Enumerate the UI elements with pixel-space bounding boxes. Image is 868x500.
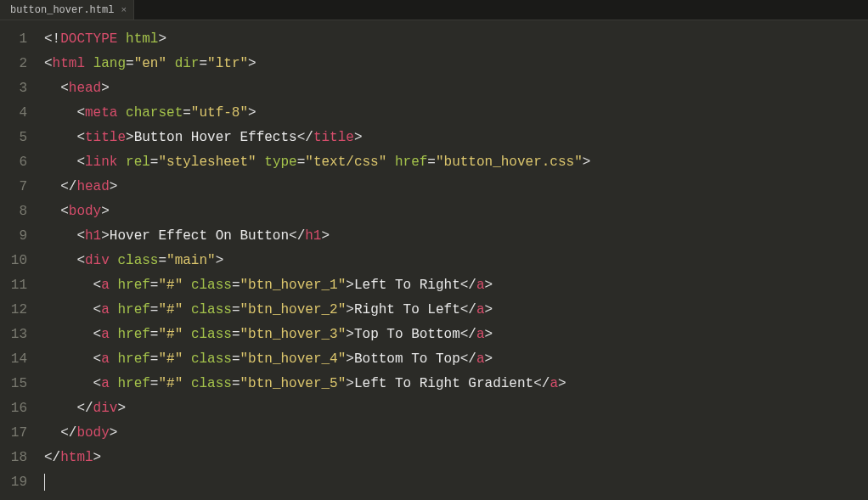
code-line: <link rel="stylesheet" type="text/css" h… <box>44 150 868 175</box>
syntax-token: charset <box>126 105 183 121</box>
code-area[interactable]: <!DOCTYPE html><html lang="en" dir="ltr"… <box>37 20 868 500</box>
syntax-token: < <box>44 302 101 317</box>
syntax-token: < <box>44 56 53 71</box>
syntax-token: href <box>395 154 427 170</box>
syntax-token: < <box>44 278 101 293</box>
syntax-token: > <box>485 351 493 367</box>
syntax-token: < <box>44 228 85 244</box>
syntax-token: </ <box>460 351 476 367</box>
syntax-token: < <box>44 327 101 342</box>
close-icon[interactable]: × <box>121 5 127 15</box>
syntax-token: "#" <box>158 327 183 342</box>
code-line: <div class="main"> <box>44 249 868 273</box>
syntax-token: = <box>183 105 191 121</box>
line-number: 11 <box>8 273 27 298</box>
syntax-token: </ <box>297 130 313 145</box>
code-line: <a href="#" class="btn_hover_1">Left To … <box>44 273 868 298</box>
syntax-token: </ <box>44 401 93 416</box>
syntax-token: href <box>117 376 149 391</box>
syntax-token: h1 <box>305 228 321 244</box>
syntax-token: > <box>216 253 224 268</box>
syntax-token: = <box>150 302 159 317</box>
syntax-token: a <box>101 302 110 317</box>
syntax-token: > <box>110 179 118 194</box>
syntax-token: > <box>248 105 256 121</box>
line-number: 10 <box>8 249 27 273</box>
line-number: 2 <box>8 52 27 76</box>
syntax-token <box>386 154 395 170</box>
syntax-token: = <box>126 56 134 71</box>
syntax-token: "btn_hover_2" <box>240 302 347 317</box>
syntax-token: Hover Effect On Button <box>110 228 289 244</box>
syntax-token: "main" <box>166 253 216 268</box>
syntax-token: = <box>199 56 207 71</box>
syntax-token: = <box>232 376 240 391</box>
line-number: 3 <box>8 76 27 101</box>
syntax-token <box>183 278 191 293</box>
syntax-token: </ <box>44 425 76 441</box>
syntax-token: a <box>476 278 485 293</box>
syntax-token: < <box>44 376 101 391</box>
line-number: 4 <box>8 101 27 126</box>
line-number: 18 <box>8 446 27 470</box>
code-line: <body> <box>44 199 868 224</box>
syntax-token: a <box>101 351 110 367</box>
code-line: <a href="#" class="btn_hover_2">Right To… <box>44 298 868 323</box>
syntax-token: < <box>44 130 85 145</box>
syntax-token <box>110 278 118 293</box>
syntax-token: = <box>150 278 159 293</box>
syntax-token: = <box>150 327 159 342</box>
syntax-token: = <box>150 154 159 170</box>
syntax-token: </ <box>44 179 76 194</box>
syntax-token: class <box>191 302 232 317</box>
editor-tab[interactable]: button_hover.html × <box>0 0 134 20</box>
syntax-token: > <box>346 351 354 367</box>
line-number: 13 <box>8 323 27 347</box>
syntax-token: Button Hover Effects <box>134 130 297 145</box>
syntax-token: = <box>427 154 436 170</box>
syntax-token: = <box>150 376 159 391</box>
syntax-token: > <box>485 327 493 342</box>
syntax-token: < <box>44 351 101 367</box>
syntax-token: = <box>158 253 166 268</box>
syntax-token: "button_hover.css" <box>436 154 583 170</box>
line-number: 6 <box>8 150 27 175</box>
syntax-token: > <box>158 31 166 47</box>
syntax-token: a <box>101 376 110 391</box>
syntax-token: class <box>117 253 158 268</box>
syntax-token: "btn_hover_3" <box>240 327 347 342</box>
syntax-token: > <box>346 327 354 342</box>
syntax-token: "#" <box>158 302 183 317</box>
syntax-token: h1 <box>85 228 101 244</box>
syntax-token: > <box>110 425 118 441</box>
syntax-token: "ltr" <box>207 56 248 71</box>
syntax-token: href <box>117 327 149 342</box>
syntax-token: a <box>550 376 558 391</box>
syntax-token: > <box>354 130 363 145</box>
syntax-token: head <box>69 81 101 96</box>
code-line: <html lang="en" dir="ltr"> <box>44 52 868 76</box>
syntax-token: > <box>101 204 110 219</box>
syntax-token: a <box>101 327 110 342</box>
syntax-token: div <box>85 253 110 268</box>
syntax-token: head <box>76 179 109 194</box>
syntax-token: > <box>346 302 354 317</box>
syntax-token: Bottom To Top <box>354 351 460 367</box>
code-line: </head> <box>44 175 868 199</box>
syntax-token <box>117 105 126 121</box>
syntax-token: link <box>85 154 117 170</box>
syntax-token: class <box>191 278 232 293</box>
line-number: 7 <box>8 175 27 199</box>
syntax-token: <! <box>44 31 60 47</box>
code-line: <h1>Hover Effect On Button</h1> <box>44 224 868 249</box>
text-cursor <box>44 474 45 491</box>
syntax-token: title <box>313 130 354 145</box>
syntax-token: "#" <box>158 351 183 367</box>
syntax-token: </ <box>460 278 476 293</box>
syntax-token <box>110 376 118 391</box>
syntax-token: = <box>232 302 240 317</box>
syntax-token: class <box>191 327 232 342</box>
syntax-token: > <box>558 376 566 391</box>
syntax-token <box>110 302 118 317</box>
line-number: 9 <box>8 224 27 249</box>
